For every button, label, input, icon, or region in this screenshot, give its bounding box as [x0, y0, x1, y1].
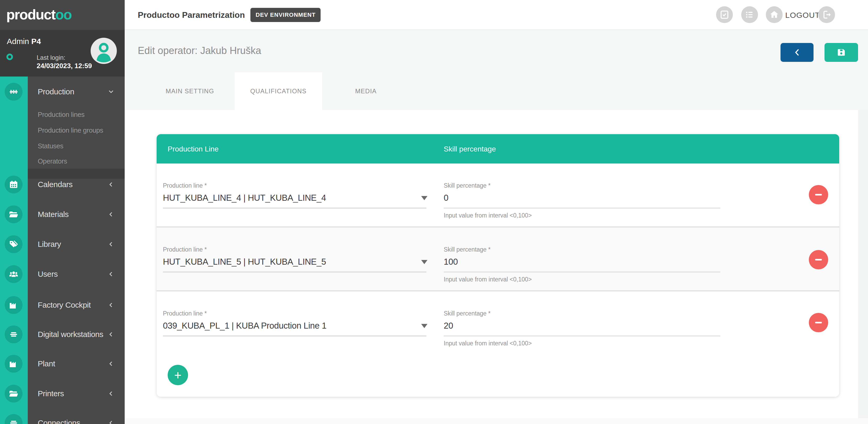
app-title: Productoo Parametrization — [138, 0, 245, 30]
page-title: Edit operator: Jakub Hruška — [138, 45, 261, 57]
field-hint: Input value from interval <0,100> — [444, 212, 532, 218]
tab-media[interactable]: MEDIA — [322, 72, 410, 110]
sidebar-item-calendars[interactable]: Calendars — [28, 176, 125, 193]
tab-label: MAIN SETTING — [165, 88, 214, 95]
dropdown-caret-icon[interactable] — [421, 196, 428, 200]
field-label: Production line * — [163, 310, 207, 316]
sidebar-item-label: Users — [38, 265, 58, 283]
factory-icon — [8, 300, 19, 310]
minus-icon — [815, 322, 822, 323]
skill-percentage-input[interactable]: 20 — [444, 321, 453, 331]
sidebar-item-label: Digital workstations — [38, 326, 103, 343]
skill-percentage-input[interactable]: 100 — [444, 257, 458, 267]
list-button[interactable] — [741, 6, 758, 23]
tab-main-setting[interactable]: MAIN SETTING — [145, 72, 235, 110]
user-name: Admin P4 — [7, 37, 41, 46]
sidebar-item-materials[interactable]: Materials — [28, 206, 125, 223]
remove-row-button[interactable] — [809, 250, 828, 269]
factory-icon — [8, 359, 19, 369]
list-icon — [744, 9, 755, 21]
field-label: Skill percentage * — [444, 310, 491, 316]
sidebar-icon-users[interactable] — [5, 265, 23, 283]
remove-row-button[interactable] — [809, 313, 828, 332]
bottom-gutter — [125, 418, 868, 424]
save-button[interactable] — [825, 43, 858, 62]
tab-label: MEDIA — [355, 88, 377, 95]
field-label: Production line * — [163, 182, 207, 189]
back-button[interactable] — [780, 43, 813, 62]
logo-text-product: product — [6, 7, 55, 23]
app-root: productoo Productoo Parametrization DEV … — [0, 0, 868, 424]
chevron-left-icon — [107, 210, 115, 218]
sidebar-item-digital-workstations[interactable]: Digital workstations — [28, 326, 125, 343]
sidebar: Admin P4 Last login: 24/03/2023, 12:59 P… — [0, 30, 125, 424]
save-floppy-icon — [836, 47, 846, 58]
skill-percentage-input[interactable]: 0 — [444, 193, 448, 203]
last-login-value: 24/03/2023, 12:59 — [37, 62, 92, 70]
add-row-button[interactable]: + — [167, 365, 188, 385]
logo-text-oo: oo — [55, 7, 71, 23]
sidebar-item-library[interactable]: Library — [28, 235, 125, 253]
sidebar-item-label: Materials — [38, 206, 69, 223]
qualification-row: Production line * HUT_KUBA_LINE_5 | HUT_… — [157, 226, 839, 292]
sidebar-item-printers[interactable]: Printers — [28, 385, 125, 402]
sidebar-item-connections[interactable]: Connections — [28, 414, 125, 424]
sidebar-menu: Production Production lines Production l… — [0, 77, 125, 424]
chevron-left-icon — [107, 180, 115, 189]
lines-icon — [8, 418, 19, 424]
dropdown-caret-icon[interactable] — [421, 324, 428, 328]
sidebar-subitem-production-lines[interactable]: Production lines — [38, 110, 122, 120]
remove-row-button[interactable] — [809, 185, 828, 204]
column-header-production-line: Production Line — [167, 134, 219, 163]
sidebar-item-label: Connections — [38, 414, 80, 424]
tasks-button[interactable] — [716, 6, 733, 23]
tab-qualifications[interactable]: QUALIFICATIONS — [235, 72, 322, 110]
field-hint: Input value from interval <0,100> — [444, 276, 532, 282]
topbar: productoo Productoo Parametrization DEV … — [0, 0, 868, 30]
chevron-left-icon — [792, 47, 802, 58]
production-line-select[interactable]: HUT_KUBA_LINE_5 | HUT_KUBA_LINE_5 — [163, 257, 326, 267]
production-line-select[interactable]: HUT_KUBA_LINE_4 | HUT_KUBA_LINE_4 — [163, 193, 326, 203]
sidebar-subitem-production-line-groups[interactable]: Production line groups — [38, 125, 122, 136]
folder-open-icon — [8, 388, 19, 399]
sidebar-item-label: Production — [38, 83, 74, 101]
sidebar-item-factory-cockpit[interactable]: Factory Cockpit — [28, 296, 125, 314]
field-underline — [163, 208, 426, 209]
sidebar-icon-library[interactable] — [5, 235, 23, 253]
sidebar-icon-factory-cockpit[interactable] — [5, 296, 23, 314]
dropdown-caret-icon[interactable] — [421, 260, 428, 264]
sidebar-item-plant[interactable]: Plant — [28, 355, 125, 373]
logout-label[interactable]: LOGOUT — [785, 0, 820, 30]
sidebar-icon-production[interactable] — [5, 83, 23, 101]
home-button[interactable] — [766, 6, 783, 23]
user-name-prefix: Admin — [7, 37, 29, 46]
sidebar-icon-printers[interactable] — [5, 385, 23, 402]
task-check-icon — [719, 9, 730, 21]
field-hint: Input value from interval <0,100> — [444, 340, 532, 346]
sidebar-subitem-statuses[interactable]: Statuses — [38, 141, 122, 151]
last-login-label: Last login: — [37, 54, 65, 61]
field-underline — [163, 271, 426, 273]
production-line-select[interactable]: 039_KUBA_PL_1 | KUBA Production Line 1 — [163, 321, 327, 331]
productoo-logo[interactable]: productoo — [6, 0, 71, 30]
sidebar-item-users[interactable]: Users — [28, 265, 125, 283]
minus-icon — [815, 259, 822, 261]
field-label: Skill percentage * — [444, 182, 491, 189]
field-underline — [444, 208, 720, 209]
sidebar-subitem-operators[interactable]: Operators — [38, 156, 122, 166]
sidebar-icon-calendars[interactable] — [5, 176, 23, 193]
users-icon — [8, 269, 19, 279]
column-header-skill-percentage: Skill percentage — [444, 134, 496, 163]
chevron-left-icon — [107, 389, 115, 398]
sidebar-icon-materials[interactable] — [5, 206, 23, 223]
minus-icon — [815, 194, 822, 195]
content-area: Edit operator: Jakub Hruška MAIN SETTING… — [125, 30, 868, 424]
sidebar-item-production[interactable]: Production — [28, 83, 125, 101]
add-row-zone: + — [157, 354, 839, 397]
sidebar-icon-digital-workstations[interactable] — [5, 326, 23, 343]
chevron-left-icon — [107, 240, 115, 248]
sidebar-icon-plant[interactable] — [5, 355, 23, 373]
qualifications-card: Production Line Skill percentage Product… — [157, 134, 839, 397]
chevron-left-icon — [107, 301, 115, 309]
logout-button[interactable] — [818, 6, 835, 23]
